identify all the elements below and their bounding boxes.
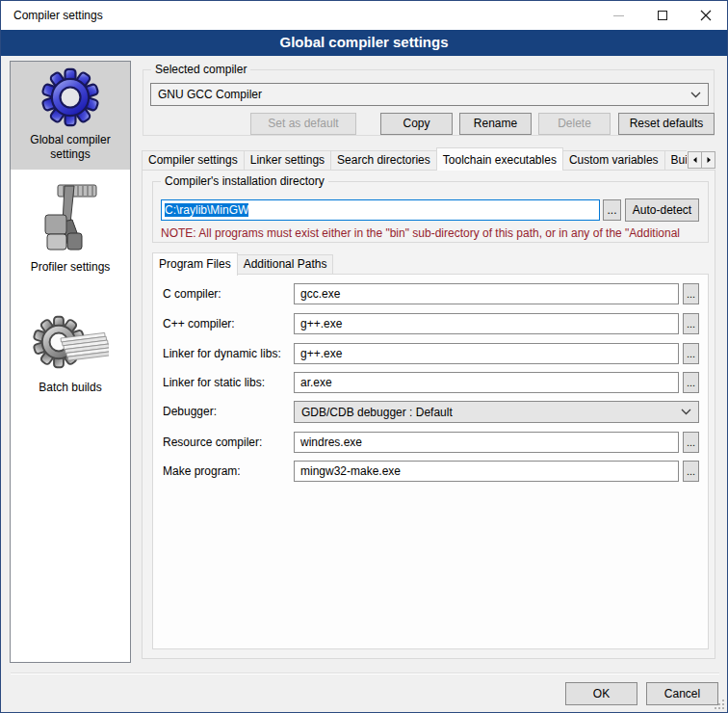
- minimize-icon: [613, 15, 624, 16]
- set-as-default-button[interactable]: Set as default: [250, 113, 356, 135]
- maximize-icon: [658, 11, 667, 20]
- static-linker-input[interactable]: [294, 372, 679, 393]
- static-linker-browse-button[interactable]: ...: [683, 372, 699, 393]
- installation-directory-group: Compiler's installation directory C:\ray…: [152, 181, 709, 243]
- delete-button[interactable]: Delete: [538, 113, 611, 135]
- dynamic-linker-row: Linker for dynamic libs: ...: [153, 343, 708, 364]
- triangle-right-icon: [705, 156, 713, 164]
- close-button[interactable]: [684, 1, 727, 30]
- make-program-browse-button[interactable]: ...: [683, 461, 699, 482]
- resize-grip[interactable]: [715, 700, 725, 710]
- tab-additional-paths[interactable]: Additional Paths: [237, 254, 334, 275]
- rename-button[interactable]: Rename: [459, 113, 532, 135]
- footer-divider: [11, 673, 719, 674]
- debugger-select[interactable]: GDB/CDB debugger : Default: [294, 401, 699, 423]
- sidebar: Global compiler settings Profiler settin…: [10, 61, 131, 663]
- cpp-compiler-input[interactable]: [294, 313, 679, 334]
- auto-detect-button[interactable]: Auto-detect: [625, 198, 699, 222]
- installation-directory-value: C:\raylib\MinGW: [165, 203, 248, 217]
- page-title: Global compiler settings: [1, 30, 727, 56]
- debugger-label: Debugger:: [163, 401, 217, 422]
- sidebar-item-global-compiler-settings[interactable]: Global compiler settings: [11, 62, 130, 170]
- debugger-row: Debugger: GDB/CDB debugger : Default: [153, 401, 708, 422]
- c-compiler-label: C compiler:: [163, 283, 221, 304]
- static-linker-row: Linker for static libs: ...: [153, 372, 708, 393]
- selected-compiler-group: Selected compiler GNU GCC Compiler Set a…: [143, 69, 715, 136]
- chevron-down-icon: [690, 92, 701, 98]
- minimize-button[interactable]: [597, 1, 640, 30]
- blue-gear-icon: [14, 67, 126, 130]
- close-icon: [700, 10, 712, 21]
- resource-compiler-row: Resource compiler: ...: [153, 432, 708, 453]
- toolchain-executables-page: Compiler's installation directory C:\ray…: [142, 170, 715, 659]
- compiler-select-value: GNU GCC Compiler: [158, 88, 690, 101]
- c-compiler-browse-button[interactable]: ...: [683, 283, 699, 304]
- resource-compiler-label: Resource compiler:: [163, 432, 262, 453]
- cpp-compiler-browse-button[interactable]: ...: [683, 313, 699, 334]
- resource-compiler-input[interactable]: [294, 432, 679, 453]
- tab-toolchain-executables[interactable]: Toolchain executables: [436, 147, 563, 171]
- tab-scroll-arrows: [689, 151, 715, 169]
- tab-compiler-settings[interactable]: Compiler settings: [142, 150, 245, 171]
- cpp-compiler-label: C++ compiler:: [163, 313, 235, 334]
- titlebar: Compiler settings: [1, 1, 727, 30]
- dynamic-linker-browse-button[interactable]: ...: [683, 343, 699, 364]
- bin-subdirectory-note: NOTE: All programs must exist either in …: [161, 226, 706, 240]
- selected-compiler-group-label: Selected compiler: [151, 63, 250, 76]
- ok-button[interactable]: OK: [565, 682, 637, 705]
- make-program-row: Make program: ...: [153, 461, 708, 482]
- sidebar-item-label: Global compiler settings: [14, 133, 126, 162]
- dynamic-linker-label: Linker for dynamic libs:: [163, 343, 281, 364]
- installation-directory-input[interactable]: C:\raylib\MinGW: [161, 199, 600, 221]
- sidebar-item-label: Profiler settings: [14, 260, 126, 275]
- debugger-select-value: GDB/CDB debugger : Default: [301, 406, 681, 419]
- tab-search-directories[interactable]: Search directories: [330, 150, 437, 171]
- settings-tabstrip: Compiler settings Linker settings Search…: [142, 146, 715, 171]
- dynamic-linker-input[interactable]: [294, 343, 679, 364]
- make-program-label: Make program:: [163, 461, 241, 482]
- caliper-icon: [14, 179, 126, 257]
- maximize-button[interactable]: [640, 1, 684, 30]
- tab-scroll-right-button[interactable]: [701, 151, 715, 169]
- tab-custom-variables[interactable]: Custom variables: [562, 150, 665, 171]
- installation-directory-group-label: Compiler's installation directory: [161, 174, 328, 188]
- resource-compiler-browse-button[interactable]: ...: [683, 432, 699, 453]
- window-title: Compiler settings: [1, 9, 103, 22]
- program-files-tabstrip: Program Files Additional Paths: [152, 251, 332, 275]
- tab-build-options[interactable]: Build: [664, 150, 687, 171]
- copy-button[interactable]: Copy: [380, 113, 453, 135]
- tab-linker-settings[interactable]: Linker settings: [244, 150, 331, 171]
- triangle-left-icon: [691, 156, 699, 164]
- sidebar-item-profiler-settings[interactable]: Profiler settings: [11, 173, 130, 282]
- reset-defaults-button[interactable]: Reset defaults: [618, 113, 715, 135]
- program-files-page: C compiler: ... C++ compiler: ... Linker…: [152, 274, 709, 649]
- compiler-settings-dialog: Compiler settings Global compiler settin…: [0, 0, 728, 713]
- sidebar-item-label: Batch builds: [14, 381, 126, 395]
- settings-tabs: Compiler settings Linker settings Search…: [142, 146, 687, 171]
- cpp-compiler-row: C++ compiler: ...: [153, 313, 708, 334]
- make-program-input[interactable]: [294, 461, 679, 482]
- static-linker-label: Linker for static libs:: [163, 372, 265, 393]
- browse-directory-button[interactable]: ...: [603, 199, 621, 221]
- sidebar-item-batch-builds[interactable]: Batch builds: [11, 307, 130, 403]
- c-compiler-input[interactable]: [294, 283, 679, 304]
- gray-gear-papers-icon: [14, 313, 126, 378]
- c-compiler-row: C compiler: ...: [153, 283, 708, 304]
- compiler-select[interactable]: GNU GCC Compiler: [150, 83, 709, 106]
- tab-program-files[interactable]: Program Files: [152, 252, 238, 276]
- chevron-down-icon: [681, 409, 691, 415]
- tab-scroll-left-button[interactable]: [688, 151, 702, 169]
- window-controls: [597, 1, 727, 30]
- cancel-button[interactable]: Cancel: [646, 682, 718, 705]
